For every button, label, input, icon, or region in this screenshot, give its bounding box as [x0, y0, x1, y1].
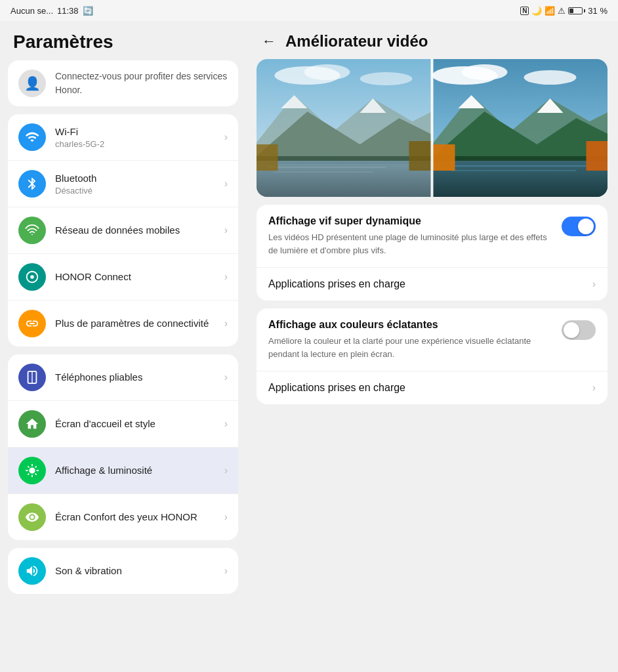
honor-account-desc: Connectez-vous pour profiter des service… [55, 70, 228, 97]
svg-rect-17 [257, 144, 278, 171]
battery-icon [568, 7, 585, 14]
more-connectivity-chevron: › [224, 318, 228, 329]
vivid-display-desc: Les vidéos HD présentent une plage de lu… [268, 231, 554, 257]
wifi-icon: 📶 [545, 6, 555, 16]
more-connectivity-circle-icon [18, 310, 46, 337]
bluetooth-circle-icon [18, 170, 46, 198]
vivid-display-title: Affichage vif super dynamique [268, 215, 554, 227]
wifi-subtitle: charles-5G-2 [55, 139, 215, 149]
svg-point-0 [30, 275, 34, 279]
preview-container [257, 59, 608, 197]
vivid-display-item: Affichage vif super dynamique Les vidéos… [257, 205, 608, 268]
nfc-icon: N [520, 7, 529, 15]
back-button[interactable]: ← [259, 32, 279, 51]
sidebar-item-display[interactable]: Affichage & luminosité › [8, 448, 238, 494]
sidebar-item-honor-connect[interactable]: HONOR Connect › [8, 254, 238, 301]
sound-title: Son & vibration [55, 564, 215, 578]
main-layout: Paramètres 👤 Connectez-vous pour profite… [0, 21, 618, 672]
wifi-title: Wi-Fi [55, 125, 215, 138]
vibrant-display-item: Affichage aux couleurs éclatantes Amélio… [257, 308, 608, 371]
mobile-circle-icon [18, 217, 46, 244]
svg-rect-32 [587, 141, 608, 171]
vibrant-apps-item[interactable]: Applications prises en charge › [257, 371, 608, 404]
sidebar-item-wifi[interactable]: Wi-Fi charles-5G-2 › [8, 114, 238, 161]
status-left: Aucun se... 11:38 🔄 [10, 6, 93, 16]
honor-connect-circle-icon [18, 263, 46, 291]
bluetooth-chevron: › [224, 178, 228, 190]
alert-icon: ⚠ [558, 6, 566, 16]
vibrant-apps-chevron: › [592, 382, 596, 394]
status-bar: Aucun se... 11:38 🔄 N 🌙 📶 ⚠ 31 % [0, 0, 618, 21]
eye-comfort-circle-icon [18, 503, 46, 531]
sidebar-item-homescreen[interactable]: Écran d'accueil et style › [8, 401, 238, 448]
homescreen-chevron: › [224, 418, 228, 430]
sidebar-item-mobile[interactable]: Réseau de données mobiles › [8, 207, 238, 254]
vivid-apps-title: Applications prises en charge [268, 278, 592, 290]
wifi-circle-icon [18, 123, 46, 151]
vivid-display-card: Affichage vif super dynamique Les vidéos… [257, 205, 608, 301]
toggle-knob-2 [564, 322, 579, 338]
sync-icon: 🔄 [83, 6, 93, 16]
time-text: 11:38 [57, 6, 79, 16]
vibrant-display-card: Affichage aux couleurs éclatantes Amélio… [257, 308, 608, 404]
preview-image [257, 59, 608, 197]
vibrant-display-toggle[interactable] [562, 320, 596, 340]
avatar: 👤 [18, 70, 46, 97]
display-chevron: › [224, 465, 228, 476]
vibrant-apps-title: Applications prises en charge [268, 382, 592, 394]
left-panel: Paramètres 👤 Connectez-vous pour profite… [0, 21, 246, 672]
sidebar-item-more-connectivity[interactable]: Plus de paramètres de connectivité › [8, 301, 238, 346]
mobile-chevron: › [224, 224, 228, 236]
sound-card: Son & vibration › [8, 548, 238, 594]
honor-account-card: 👤 Connectez-vous pour profiter des servi… [8, 60, 238, 106]
svg-point-7 [304, 64, 350, 80]
svg-rect-14 [257, 161, 432, 197]
honor-connect-title: HONOR Connect [55, 270, 215, 284]
battery-text: 31 % [588, 6, 608, 16]
svg-rect-31 [432, 144, 455, 171]
honor-connect-chevron: › [224, 271, 228, 283]
homescreen-circle-icon [18, 410, 46, 438]
foldable-chevron: › [224, 371, 228, 383]
sound-circle-icon [18, 557, 46, 585]
right-panel-title: Améliorateur vidéo [285, 32, 428, 51]
svg-rect-18 [409, 141, 432, 171]
honor-account-item[interactable]: 👤 Connectez-vous pour profiter des servi… [8, 60, 238, 106]
vivid-apps-item[interactable]: Applications prises en charge › [257, 268, 608, 301]
bluetooth-subtitle: Désactivé [55, 186, 215, 196]
homescreen-title: Écran d'accueil et style [55, 417, 215, 430]
wifi-chevron: › [224, 131, 228, 143]
carrier-text: Aucun se... [10, 6, 53, 16]
vivid-apps-chevron: › [592, 278, 596, 290]
eye-comfort-title: Écran Confort des yeux HONOR [55, 511, 215, 524]
foldable-circle-icon [18, 364, 46, 391]
display-title: Affichage & luminosité [55, 464, 215, 477]
status-right: N 🌙 📶 ⚠ 31 % [520, 6, 608, 16]
more-connectivity-title: Plus de paramètres de connectivité [55, 317, 215, 330]
svg-point-8 [360, 72, 413, 85]
sidebar-item-sound[interactable]: Son & vibration › [8, 548, 238, 594]
display-circle-icon [18, 457, 46, 484]
svg-point-21 [462, 64, 508, 80]
sidebar-item-bluetooth[interactable]: Bluetooth Désactivé › [8, 161, 238, 207]
vibrant-display-desc: Améliore la couleur et la clarté pour un… [268, 335, 554, 360]
toggle-knob [578, 219, 594, 234]
svg-rect-33 [431, 59, 434, 197]
display-card: Téléphones pliables › Écran d'accueil et… [8, 354, 238, 540]
svg-point-22 [524, 70, 577, 85]
vivid-display-toggle[interactable] [562, 217, 596, 236]
connectivity-card: Wi-Fi charles-5G-2 › Bluetooth Désactivé… [8, 114, 238, 346]
moon-icon: 🌙 [531, 6, 542, 16]
right-header: ← Améliorateur vidéo [257, 21, 608, 59]
right-panel: ← Améliorateur vidéo [246, 21, 618, 672]
foldable-title: Téléphones pliables [55, 371, 215, 384]
panel-title: Paramètres [0, 21, 246, 60]
mobile-title: Réseau de données mobiles [55, 224, 215, 237]
bluetooth-title: Bluetooth [55, 172, 215, 185]
sidebar-item-foldable[interactable]: Téléphones pliables › [8, 354, 238, 401]
sidebar-item-eye-comfort[interactable]: Écran Confort des yeux HONOR › [8, 494, 238, 540]
eye-comfort-chevron: › [224, 511, 228, 523]
sound-chevron: › [224, 565, 228, 577]
vibrant-display-title: Affichage aux couleurs éclatantes [268, 319, 554, 331]
